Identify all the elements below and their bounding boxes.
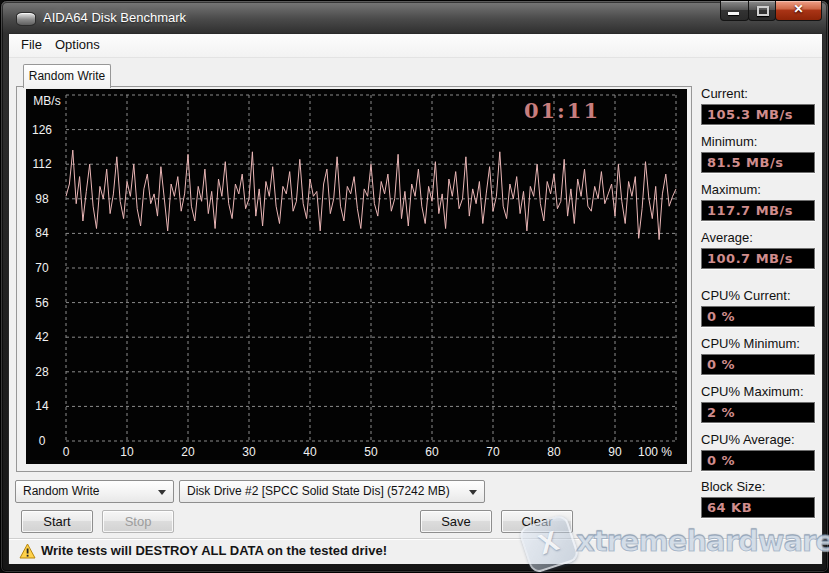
svg-text:01:11: 01:11 (524, 98, 600, 123)
warning-icon (19, 543, 36, 559)
status-warning-text: Write tests will DESTROY ALL DATA on the… (41, 543, 387, 558)
svg-text:56: 56 (35, 296, 49, 310)
titlebar: AIDA64 Disk Benchmark ✕ (1, 1, 828, 34)
stat-group: CPU% Minimum:0 % (701, 336, 822, 375)
stat-value: 117.7 MB/s (701, 200, 815, 221)
stat-label: Maximum: (701, 182, 822, 197)
stats-panel: Current:105.3 MB/sMinimum:81.5 MB/sMaxim… (701, 74, 822, 563)
stat-group: Current:105.3 MB/s (701, 86, 822, 125)
svg-text:0: 0 (39, 434, 46, 448)
svg-text:70: 70 (486, 445, 500, 459)
svg-text:126: 126 (32, 123, 52, 137)
svg-text:70: 70 (35, 261, 49, 275)
svg-text:0: 0 (63, 445, 70, 459)
test-type-select[interactable]: Random Write (15, 480, 174, 503)
stat-label: Current: (701, 86, 822, 101)
window-title: AIDA64 Disk Benchmark (43, 10, 186, 25)
svg-text:60: 60 (425, 445, 439, 459)
stat-group: CPU% Maximum:2 % (701, 384, 822, 423)
stat-label: Average: (701, 230, 822, 245)
stat-value: 0 % (701, 450, 815, 471)
benchmark-chart: 014284256708498112126MB/s010203040506070… (26, 89, 687, 464)
svg-text:14: 14 (35, 399, 49, 413)
svg-text:50: 50 (364, 445, 378, 459)
stat-group: Average:100.7 MB/s (701, 230, 822, 269)
svg-text:40: 40 (303, 445, 317, 459)
stat-value: 81.5 MB/s (701, 152, 815, 173)
close-button[interactable]: ✕ (775, 1, 822, 21)
menu-bar: File Options (9, 34, 822, 58)
stat-value: 100.7 MB/s (701, 248, 815, 269)
svg-text:42: 42 (35, 330, 49, 344)
svg-text:10: 10 (120, 445, 134, 459)
start-button[interactable]: Start (21, 510, 93, 533)
chevron-down-icon (158, 490, 166, 495)
clear-button[interactable]: Clear (501, 510, 573, 533)
app-window: AIDA64 Disk Benchmark ✕ File Options Ran… (0, 0, 829, 573)
stat-value: 0 % (701, 306, 815, 327)
minimize-button[interactable] (720, 1, 749, 21)
stat-label: CPU% Minimum: (701, 336, 822, 351)
menu-options[interactable]: Options (47, 34, 108, 56)
svg-text:20: 20 (181, 445, 195, 459)
svg-text:90: 90 (608, 445, 622, 459)
tab-random-write[interactable]: Random Write (23, 64, 111, 88)
stat-label: Minimum: (701, 134, 822, 149)
svg-text:112: 112 (32, 157, 51, 171)
stat-value: 64 KB (701, 497, 815, 518)
svg-text:80: 80 (547, 445, 561, 459)
svg-text:100 %: 100 % (638, 445, 672, 459)
stat-label: CPU% Maximum: (701, 384, 822, 399)
drive-select-value: Disk Drive #2 [SPCC Solid State Dis] (57… (187, 484, 450, 498)
chart-svg: 014284256708498112126MB/s010203040506070… (26, 89, 687, 464)
drive-select[interactable]: Disk Drive #2 [SPCC Solid State Dis] (57… (179, 480, 485, 503)
stat-label: CPU% Average: (701, 432, 822, 447)
close-icon: ✕ (776, 2, 821, 16)
stat-group: Maximum:117.7 MB/s (701, 182, 822, 221)
stat-group: Minimum:81.5 MB/s (701, 134, 822, 173)
svg-text:30: 30 (242, 445, 256, 459)
stat-value: 105.3 MB/s (701, 104, 815, 125)
disk-icon (16, 12, 36, 26)
stat-value: 0 % (701, 354, 815, 375)
minimize-icon (728, 12, 739, 15)
svg-text:28: 28 (35, 365, 49, 379)
menu-file[interactable]: File (13, 34, 50, 56)
maximize-button[interactable] (748, 1, 776, 21)
test-type-value: Random Write (23, 484, 99, 498)
svg-text:98: 98 (35, 192, 49, 206)
stat-value: 2 % (701, 402, 815, 423)
maximize-icon (757, 6, 769, 16)
chevron-down-icon (469, 490, 477, 495)
save-button[interactable]: Save (420, 510, 492, 533)
status-bar: Write tests will DESTROY ALL DATA on the… (9, 538, 822, 564)
screenshot-stage: AIDA64 Disk Benchmark ✕ File Options Ran… (0, 0, 829, 573)
stat-label: Block Size: (701, 479, 822, 494)
client-area: File Options Random Write 01428425670849… (9, 34, 822, 563)
stat-group: CPU% Current:0 % (701, 288, 822, 327)
stat-label: CPU% Current: (701, 288, 822, 303)
svg-text:84: 84 (35, 226, 49, 240)
stat-group: CPU% Average:0 % (701, 432, 822, 471)
svg-text:MB/s: MB/s (33, 94, 60, 108)
stat-group: Block Size:64 KB (701, 479, 822, 518)
stop-button[interactable]: Stop (102, 510, 174, 533)
